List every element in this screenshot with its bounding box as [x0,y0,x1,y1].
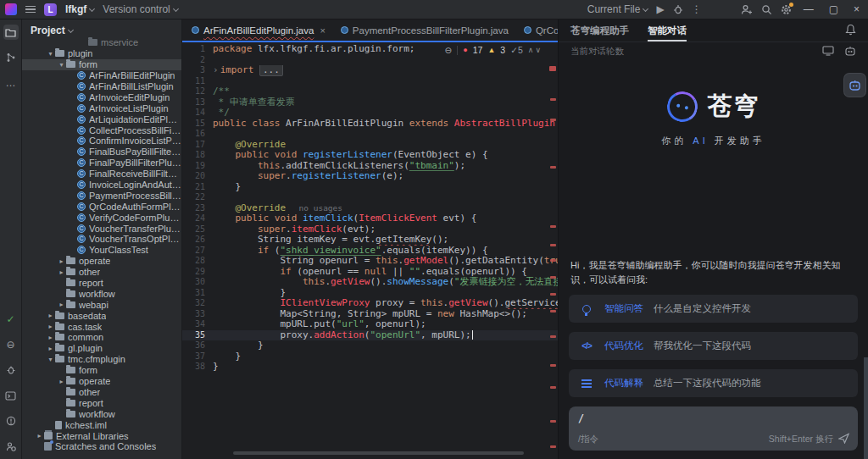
tree-item[interactable]: kchest.iml [22,419,181,430]
tree-item[interactable]: report [22,278,181,289]
error-stripe-mark[interactable] [550,310,556,312]
bug-tool-icon[interactable] [3,362,19,378]
tree-item[interactable]: form [22,365,181,376]
close-tab-icon[interactable]: × [320,25,325,36]
tree-item[interactable]: ArInvoiceListPlugin [22,102,181,113]
tree-item[interactable]: FinalBusPayBillFilterPlugin [22,147,181,158]
collapsed-arrow-icon[interactable]: ▸ [46,334,55,341]
assistant-robot-button[interactable] [844,74,865,97]
run-configuration-dropdown[interactable]: Current File [587,3,648,15]
tree-item[interactable]: PaymentProcessBillFilterPlugin [22,190,181,201]
code-editor[interactable]: ⊖ ●17 ▲3 ✓5 ∧∨ 1package lfx.lfkgf.fi.ar.… [182,42,558,459]
code-line[interactable]: 30 this.getView().showMessage("发票链接为空，无法… [182,277,558,288]
tree-item[interactable]: ▸operate [22,256,181,267]
assistant-tab[interactable]: 苍穹编程助手 [570,19,629,41]
tree-item[interactable]: ArFinArBillListPlugin [22,81,181,92]
code-line[interactable]: 34 mpURL.put("url", openurl); [182,319,558,330]
minimize-button[interactable]: — [800,3,817,15]
code-line[interactable]: 19 this.addItemClickListeners("tbmain"); [182,161,558,172]
suggestion-card[interactable]: 智能问答什么是自定义控件开发 [569,295,858,323]
editor-tab[interactable]: ArFinArBillEditPlugin.java× [184,19,333,41]
settings-gear-icon[interactable] [781,4,792,15]
file-error-mark[interactable] [549,66,556,71]
no-entry-icon[interactable]: ⊖ [3,337,19,352]
tree-item[interactable]: Scratches and Consoles [22,441,181,452]
suggestion-card[interactable]: 代码解释总结一下这段代码的功能 [569,369,858,397]
assistant-tab[interactable]: 智能对话 [648,19,687,41]
tree-item[interactable]: CollectProcessBillFilterPlugin [22,124,181,135]
add-user-icon[interactable] [741,4,753,15]
tree-item[interactable]: ▾tmc.cfmplugin [22,354,181,365]
code-line[interactable]: 15public class ArFinArBillEditPlugin ext… [182,119,558,130]
collapsed-arrow-icon[interactable]: ▸ [46,323,55,330]
fold-arrow-icon[interactable]: › [213,65,220,75]
code-line[interactable]: 32 IClientViewProxy proxy = this.getView… [182,298,558,309]
commit-check-icon[interactable]: ✓ [3,312,19,327]
horizontal-scrollbar[interactable] [233,451,524,455]
expanded-arrow-icon[interactable]: ▾ [57,61,66,69]
code-line[interactable]: 20 super.registerListener(e); [182,171,558,182]
tree-item[interactable]: InvoiceLoginAndAuthEditPlugin [22,180,181,191]
code-line[interactable]: 23 @Override no usages [182,203,558,214]
chat-input-value[interactable]: / [578,412,849,424]
code-line[interactable]: 28 String openurl = this.getModel().getD… [182,256,558,267]
slash-command-hint[interactable]: /指令 [578,434,598,445]
code-line[interactable]: 24 public void itemClick(ItemClickEvent … [182,213,558,224]
code-line[interactable]: 22 [182,192,558,203]
tree-item[interactable]: workflow [22,408,181,419]
error-stripe-mark[interactable] [550,364,556,367]
problems-tool-icon[interactable] [3,413,19,429]
code-line[interactable]: 31 } [182,288,558,299]
code-line[interactable]: 21 } [182,182,558,193]
run-icon[interactable]: ▶ [656,4,664,14]
error-stripe-mark[interactable] [550,386,556,389]
version-control-button[interactable]: Version control [103,3,177,15]
collapsed-arrow-icon[interactable]: ▸ [57,301,66,308]
tree-item[interactable]: VerifyCodeFormPlugin [22,212,181,223]
code-line[interactable]: 37 } [182,351,558,362]
code-line[interactable]: 26 String itemKey = evt.getItemKey(); [182,235,558,246]
error-stripe-mark[interactable] [550,259,556,262]
suggestion-card[interactable]: </>代码优化帮我优化一下这段代码 [569,332,858,360]
send-icon[interactable] [838,433,849,445]
warning-count[interactable]: 3 [500,45,505,55]
bell-icon[interactable] [845,24,856,38]
tree-item[interactable]: ArInvoiceEditPlugin [22,91,181,102]
tree-item[interactable]: ▸basedata [22,310,181,321]
error-stripe-mark[interactable] [550,225,556,228]
tree-item[interactable]: ▸other [22,267,181,278]
tree-item[interactable]: ▸cas.task [22,321,181,332]
error-stripe-mark[interactable] [550,445,556,448]
tree-item[interactable]: report [22,397,181,408]
code-line[interactable]: 25 super.itemClick(evt); [182,224,558,235]
chat-input[interactable]: / /指令 Shift+Enter 换行 [569,406,858,451]
code-line[interactable]: 35 proxy.addAction("openUrl", mpURL); [182,330,558,341]
collapsed-arrow-icon[interactable]: ▸ [46,312,55,319]
collapsed-arrow-icon[interactable]: ▸ [57,378,66,385]
debug-icon[interactable] [673,4,683,14]
code-line[interactable]: 36 } [182,340,558,351]
tree-item[interactable]: ▸gl.plugin [22,343,181,354]
code-line[interactable]: 12/** [182,86,558,97]
error-stripe-mark[interactable] [550,335,556,338]
editor-tab[interactable]: PaymentProcessBillFilterPlugin.java [333,19,516,41]
main-menu-icon[interactable] [25,6,36,14]
error-stripe-mark[interactable] [550,98,556,101]
inspection-widget[interactable]: ⊖ ●17 ▲3 ✓5 ∧∨ [442,45,544,55]
error-stripe[interactable] [549,66,556,447]
code-line[interactable]: 38} [182,362,558,373]
tree-item[interactable]: ▸External Libraries [22,430,181,441]
tree-item[interactable]: ▸webapi [22,299,181,310]
tree-item[interactable]: YourClassTest [22,245,181,256]
tree-item[interactable]: ▸operate [22,376,181,387]
tree-item[interactable]: ▾form [22,59,181,70]
project-avatar[interactable]: L [44,3,57,16]
screen-share-icon[interactable] [822,46,834,58]
highlight-level-icon[interactable]: ⊖ [444,45,452,55]
prev-next-error-icons[interactable]: ∧∨ [528,46,542,54]
maximize-button[interactable]: ▢ [826,3,842,15]
code-line[interactable]: 14 */ [182,108,558,119]
tree-item[interactable]: ▾plugin [22,48,181,59]
code-line[interactable]: 13 * 申请单查看发票 [182,97,558,108]
tree-item[interactable]: FinalPayBillFilterPlugin [22,158,181,169]
